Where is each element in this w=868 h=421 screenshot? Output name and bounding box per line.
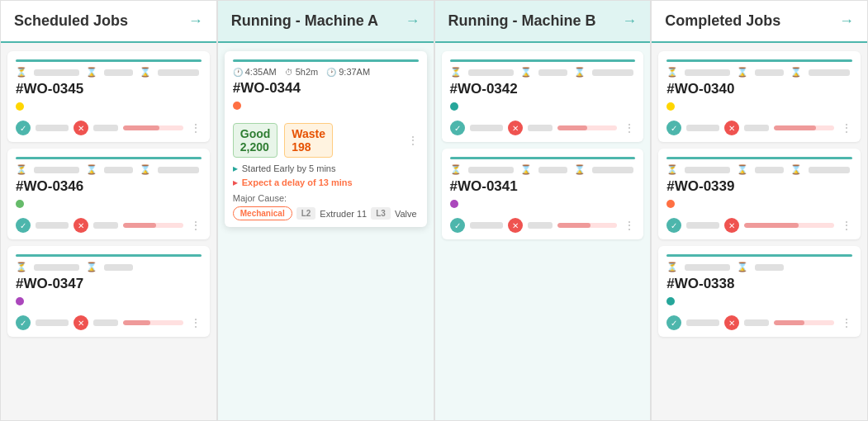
machine-b-body: ⏳ ⌛ ⌛ #WO-0342 ✓ ✕ ⋮ (435, 43, 651, 420)
x-icon[interactable]: ✕ (508, 121, 523, 135)
meta-pill-2 (755, 167, 784, 173)
check-icon[interactable]: ✓ (666, 218, 681, 233)
card-wo-0341: ⏳ ⌛ ⌛ #WO-0341 ✓ ✕ ⋮ (442, 149, 644, 239)
progress-bar (744, 223, 834, 228)
card-id-wo-0344: #WO-0344 (233, 80, 419, 97)
meta-pill-3 (809, 69, 850, 76)
label-pill (686, 125, 719, 131)
more-options-icon[interactable]: ⋮ (407, 134, 419, 147)
cause-tag-mechanical[interactable]: Mechanical (233, 206, 292, 220)
clock-icon: 🕐 (233, 68, 243, 77)
more-options-icon[interactable]: ⋮ (624, 219, 635, 232)
hourglass-icon-2: ⌛ (737, 67, 748, 78)
hourglass-icon: ⏳ (666, 67, 678, 78)
meta-pill-2 (104, 69, 133, 76)
card-wo-0340: ⏳ ⌛ ⌛ #WO-0340 ✓ ✕ ⋮ (658, 51, 861, 142)
machine-b-title: Running - Machine B (448, 12, 596, 30)
dot-wo-0338 (666, 297, 675, 305)
x-icon[interactable]: ✕ (74, 315, 88, 330)
alert-early-text: Started Early by 5 mins (242, 163, 336, 173)
progress-bar (557, 223, 618, 228)
card-meta-row: ⏳ ⌛ (666, 262, 852, 272)
hourglass-icon-2: ⌛ (737, 164, 748, 175)
good-waste-row: Good 2,200 Waste 198 ⋮ (233, 123, 419, 158)
more-options-icon[interactable]: ⋮ (190, 219, 202, 232)
cause-tag-l3[interactable]: L3 (371, 207, 391, 220)
hourglass-icon-2: ⌛ (520, 67, 532, 78)
card-top-bar (450, 59, 636, 62)
scheduled-arrow-icon: → (188, 12, 203, 30)
x-icon[interactable]: ✕ (724, 315, 739, 330)
good-label: Good (240, 127, 271, 140)
card-top-bar (450, 157, 636, 159)
hourglass-icon-3: ⌛ (790, 164, 802, 175)
label-pill (36, 222, 69, 229)
card-id-wo-0339: #WO-0339 (666, 178, 852, 195)
label-pill (470, 222, 503, 229)
waste-count-box: Waste 198 (284, 123, 333, 158)
more-options-icon[interactable]: ⋮ (841, 316, 852, 329)
x-icon[interactable]: ✕ (74, 121, 88, 135)
x-icon[interactable]: ✕ (508, 218, 523, 233)
more-options-icon[interactable]: ⋮ (841, 121, 852, 135)
meta-pill-1 (685, 69, 730, 76)
machine-a-body: 🕐 4:35AM ⏱ 5h2m 🕑 9:37AM #WO-0344 Good 2… (218, 43, 434, 420)
hourglass-icon-3: ⌛ (574, 67, 586, 78)
card-bottom-row-0346: ✓ ✕ ⋮ (16, 218, 202, 233)
card-meta-row: ⏳ ⌛ ⌛ (666, 67, 852, 78)
progress-bar (774, 320, 834, 325)
time-end-value: 9:37AM (339, 67, 370, 77)
label-pill (36, 125, 69, 131)
hourglass-icon: ⏳ (16, 67, 27, 78)
check-icon[interactable]: ✓ (666, 121, 681, 135)
card-wo-0344: 🕐 4:35AM ⏱ 5h2m 🕑 9:37AM #WO-0344 Good 2… (225, 51, 427, 227)
card-id-wo-0347: #WO-0347 (16, 276, 202, 292)
cause-tag-l2[interactable]: L2 (296, 207, 316, 220)
more-options-icon[interactable]: ⋮ (190, 316, 202, 329)
x-icon[interactable]: ✕ (74, 218, 88, 233)
card-top-bar (16, 254, 202, 257)
hourglass-icon-2: ⌛ (86, 164, 97, 175)
cause-tag-extruder: Extruder 11 (320, 209, 367, 219)
check-icon[interactable]: ✓ (666, 315, 681, 330)
check-icon[interactable]: ✓ (450, 218, 465, 233)
machine-b-arrow-icon: → (622, 12, 637, 30)
meta-pill-2 (104, 167, 133, 173)
card-id-wo-0341: #WO-0341 (450, 178, 636, 195)
card-bottom-row-0342: ✓ ✕ ⋮ (450, 121, 636, 135)
time-duration-value: 5h2m (296, 67, 319, 77)
hourglass-icon-2: ⌛ (737, 262, 748, 272)
more-options-icon[interactable]: ⋮ (624, 121, 635, 135)
x-icon[interactable]: ✕ (724, 218, 739, 233)
more-options-icon[interactable]: ⋮ (841, 219, 852, 232)
completed-jobs-body: ⏳ ⌛ ⌛ #WO-0340 ✓ ✕ ⋮ (652, 43, 867, 420)
cause-tags: Mechanical L2 Extruder 11 L3 Valve (233, 206, 419, 220)
card-id-wo-0342: #WO-0342 (450, 81, 636, 97)
meta-pill-3 (158, 69, 199, 76)
machine-a-title: Running - Machine A (231, 12, 378, 30)
card-wo-0338: ⏳ ⌛ #WO-0338 ✓ ✕ ⋮ (658, 246, 861, 337)
dot-wo-0344 (233, 102, 241, 110)
card-bottom-row-0338: ✓ ✕ ⋮ (666, 315, 852, 330)
hourglass-icon: ⏳ (666, 164, 678, 175)
progress-bar (123, 125, 183, 130)
meta-pill-3 (158, 167, 199, 173)
hourglass-icon-3: ⌛ (790, 67, 802, 78)
meta-pill-3 (809, 167, 850, 173)
card-meta-row: ⏳ ⌛ ⌛ (666, 164, 852, 175)
card-wo-0346: ⏳ ⌛ ⌛ #WO-0346 ✓ ✕ ⋮ (7, 149, 210, 239)
meta-pill-1 (468, 69, 514, 76)
label-pill-2 (744, 125, 769, 131)
meta-pill-1 (685, 167, 730, 173)
card-id-wo-0346: #WO-0346 (16, 178, 202, 195)
check-icon[interactable]: ✓ (16, 315, 31, 330)
check-icon[interactable]: ✓ (16, 218, 31, 233)
check-icon[interactable]: ✓ (450, 121, 465, 135)
card-top-bar (666, 157, 852, 159)
cause-tag-valve: Valve (395, 209, 417, 219)
more-options-icon[interactable]: ⋮ (190, 121, 202, 135)
check-icon[interactable]: ✓ (16, 121, 31, 135)
completed-jobs-column: Completed Jobs → ⏳ ⌛ ⌛ #WO-0340 ✓ ✕ (651, 0, 868, 421)
meta-pill-3 (592, 167, 633, 173)
x-icon[interactable]: ✕ (724, 121, 739, 135)
